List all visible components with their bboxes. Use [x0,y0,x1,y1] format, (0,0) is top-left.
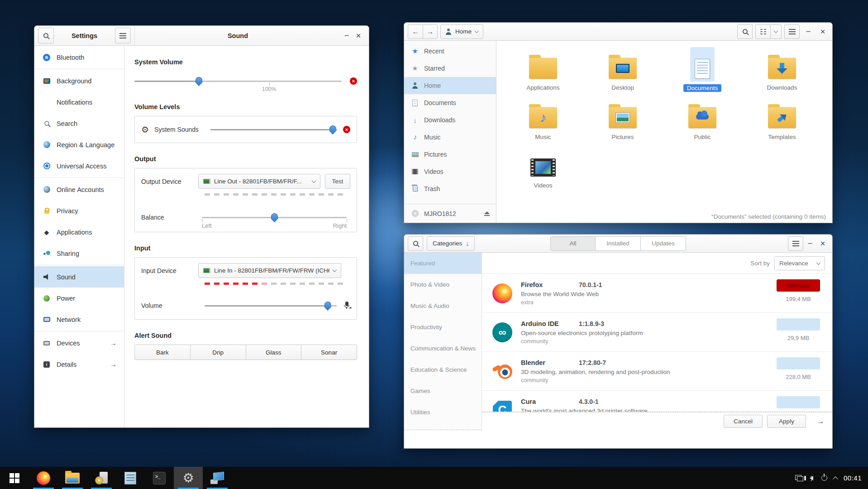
system-volume-slider[interactable]: 100% [134,76,342,86]
sidebar-item-power[interactable]: Power [34,288,124,309]
file-item-pictures[interactable]: Pictures [589,96,657,140]
taskbar-terminal[interactable]: >_ [145,467,174,489]
sidebar-item-sound[interactable]: Sound [34,266,124,288]
balance-slider[interactable]: Left Right [202,212,347,222]
sidebar-item-documents[interactable]: Documents [404,94,496,111]
taskbar-firefox[interactable] [29,467,58,489]
software-menu-button[interactable] [788,236,803,251]
software-search-button[interactable] [408,236,423,251]
balance-handle[interactable] [271,213,278,222]
alert-option-sonar[interactable]: Sonar [301,345,357,360]
sidebar-item-online-accounts[interactable]: Online Accounts [34,179,124,200]
microphone-muted-icon[interactable] [343,302,350,310]
file-item-desktop[interactable]: Desktop [589,47,657,92]
system-sounds-handle[interactable] [329,125,336,134]
sidebar-item-music[interactable]: ♪Music [404,129,496,146]
view-mode-button[interactable] [755,24,771,39]
sort-dropdown[interactable]: Relevance [774,256,825,270]
tab-installed[interactable]: Installed [596,236,641,251]
sidebar-item-device[interactable]: MJRO1812 [404,204,496,223]
output-device-dropdown[interactable]: Line Out - 82801FB/FBM/FR/F... [198,174,320,189]
system-sounds-slider[interactable] [210,125,338,134]
category-productivity[interactable]: Productivity [404,316,482,338]
sidebar-item-background[interactable]: Background [34,70,124,91]
minimize-button[interactable]: − [802,27,814,37]
location-button[interactable]: Home [440,24,483,39]
eject-icon[interactable] [484,211,490,216]
category-photo-video[interactable]: Photo & Video [404,274,482,295]
app-row-cura[interactable]: C Cura4.3.0-1 The world's most advanced … [482,390,832,412]
close-button[interactable]: × [817,27,829,37]
sidebar-item-search[interactable]: Search [34,113,124,134]
alert-option-bark[interactable]: Bark [134,345,191,360]
system-volume-handle[interactable] [196,77,202,86]
install-button[interactable] [777,396,820,408]
input-volume-handle[interactable] [324,302,331,311]
app-row-blender[interactable]: Blender17:2.80-7 3D modeling, animation,… [482,351,832,390]
sidebar-item-home[interactable]: Home [404,77,496,94]
start-button[interactable] [0,467,29,489]
install-button[interactable] [777,318,820,331]
power-tray-icon[interactable] [821,475,827,481]
minimize-button[interactable]: − [804,239,816,249]
file-item-documents-selected[interactable]: Documents [668,47,736,92]
input-device-dropdown[interactable]: Line In - 82801FB/FBM/FR/FW/FRW (ICH6 ..… [198,263,341,278]
sidebar-item-network[interactable]: Network [34,309,124,330]
sidebar-item-bluetooth[interactable]: BBluetooth [34,47,124,68]
taskbar-file-manager[interactable] [58,467,87,489]
chevron-up-icon[interactable] [833,476,838,481]
files-search-button[interactable] [737,24,753,39]
taskbar-settings[interactable]: ⚙ [174,467,203,489]
sidebar-item-pictures[interactable]: Pictures [404,146,496,163]
forward-button[interactable]: → [423,24,438,39]
network-tray-icon[interactable] [795,475,803,481]
category-communication-news[interactable]: Communication & News [404,338,482,359]
back-button[interactable]: ← [408,24,423,39]
files-menu-button[interactable] [784,24,800,39]
minimize-button[interactable]: − [341,31,353,41]
install-button[interactable] [777,357,820,369]
category-education-science[interactable]: Education & Science [404,359,482,380]
sidebar-item-applications[interactable]: ◆Applications [34,221,124,243]
sidebar-item-universal-access[interactable]: Universal Access [34,155,124,177]
test-speakers-button[interactable]: Test [325,174,350,189]
sidebar-item-devices[interactable]: Devices→ [34,332,124,354]
input-volume-slider[interactable] [205,301,337,311]
tab-all[interactable]: All [550,236,596,251]
muted-output-icon[interactable]: × [350,77,357,85]
remove-button[interactable]: Remove [777,279,820,292]
close-button[interactable]: × [353,31,364,41]
sidebar-item-privacy[interactable]: Privacy [34,200,124,221]
app-row-arduino[interactable]: ∞ Arduino IDE1:1.8.9-3 Open-source elect… [482,312,832,351]
app-row-firefox[interactable]: Firefox70.0.1-1 Browse the World Wide We… [482,273,832,312]
apply-button[interactable]: Apply [767,415,806,428]
file-item-templates[interactable]: Templates [748,96,816,140]
taskbar-software[interactable] [87,467,116,489]
sidebar-item-videos[interactable]: Videos [404,163,496,180]
category-featured[interactable]: Featured [404,253,482,274]
sidebar-item-recent[interactable]: ★Recent [404,43,496,60]
sidebar-item-details[interactable]: iDetails→ [34,354,124,375]
cancel-button[interactable]: Cancel [724,415,763,428]
muted-system-sounds-icon[interactable]: × [343,126,350,133]
file-item-downloads[interactable]: Downloads [748,47,816,92]
category-music-audio[interactable]: Music & Audio [404,295,482,316]
tab-updates[interactable]: Updates [641,236,686,251]
settings-menu-button[interactable] [115,28,131,43]
forward-page-arrow[interactable]: → [815,417,826,426]
alert-option-glass[interactable]: Glass [246,345,302,360]
sidebar-item-notifications[interactable]: Notifications [34,91,124,113]
file-item-applications[interactable]: Applications [509,47,577,92]
taskbar-text-editor[interactable] [116,467,145,489]
close-button[interactable]: × [817,239,829,249]
file-item-videos[interactable]: Videos [509,145,577,189]
taskbar-media-app[interactable] [203,467,232,489]
volume-tray-icon[interactable] [810,476,813,480]
settings-search-button[interactable] [38,28,54,43]
alert-option-drip[interactable]: Drip [191,345,246,360]
sidebar-item-starred[interactable]: ★Starred [404,60,496,77]
file-item-public[interactable]: Public [668,96,736,140]
sidebar-item-sharing[interactable]: Sharing [34,243,124,264]
file-item-music[interactable]: ♪ Music [509,96,577,140]
sidebar-item-region-language[interactable]: Region & Language [34,134,124,155]
